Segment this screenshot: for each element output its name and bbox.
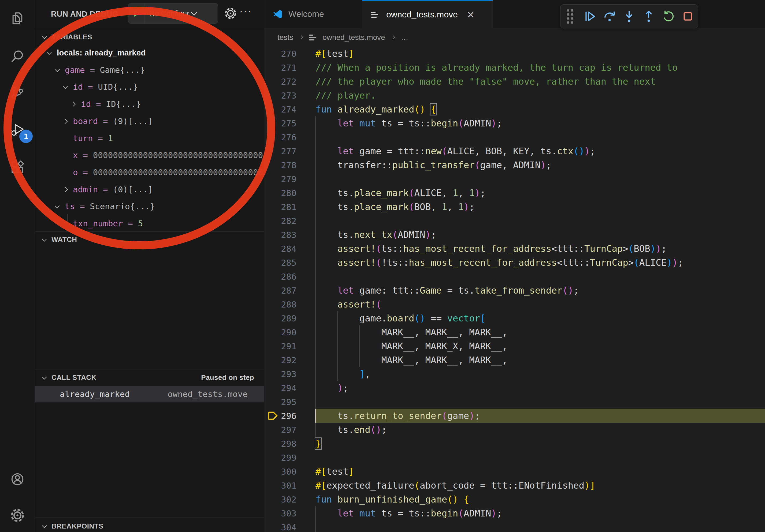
line-number[interactable]: 292 xyxy=(264,353,297,367)
start-debugging-icon[interactable] xyxy=(128,3,145,23)
line-number[interactable]: 283 xyxy=(264,228,297,242)
variables-section-header[interactable]: VARIABLES xyxy=(35,30,264,45)
line-number[interactable]: 286 xyxy=(264,270,297,284)
tab-welcome[interactable]: Welcome xyxy=(264,0,362,28)
line-number[interactable]: 280 xyxy=(264,186,297,200)
debug-config-dropdown[interactable]: No Configur xyxy=(128,3,218,24)
code-line[interactable]: 270#[test] xyxy=(264,47,765,61)
variable-row[interactable]: id = UID{...} xyxy=(35,79,264,95)
code-line[interactable]: 287 let game: ttt::Game = ts.take_from_s… xyxy=(264,283,765,297)
line-number[interactable]: 279 xyxy=(264,172,297,186)
call-stack-frame-row[interactable]: already_marked owned_tests.move xyxy=(35,386,264,402)
code-line[interactable]: 293 ], xyxy=(264,367,765,381)
breadcrumb-more[interactable]: … xyxy=(401,33,408,42)
line-number[interactable]: 290 xyxy=(264,326,297,339)
line-number[interactable]: 303 xyxy=(264,507,297,520)
code-line[interactable]: 279 xyxy=(264,172,765,186)
code-line[interactable]: 280 ts.place_mark(ALICE, 1, 1); xyxy=(264,186,765,200)
code-line[interactable]: 285 assert!(!ts::has_most_recent_for_add… xyxy=(264,256,765,269)
code-line[interactable]: 303 let mut ts = ts::begin(ADMIN); xyxy=(264,506,765,520)
code-area[interactable]: 270#[test]271/// When a position is alre… xyxy=(264,47,765,532)
line-number[interactable]: 291 xyxy=(264,339,297,353)
code-line[interactable]: 302fun burn_unfinished_game() { xyxy=(264,492,765,506)
code-line[interactable]: 292 MARK__, MARK__, MARK__, xyxy=(264,353,765,367)
tree-chevron-icon[interactable] xyxy=(55,67,60,72)
extensions-icon[interactable] xyxy=(10,160,25,175)
line-number[interactable]: 302 xyxy=(264,493,297,507)
tab-owned-tests-move[interactable]: owned_tests.move ✕ xyxy=(362,0,493,28)
line-number[interactable]: 297 xyxy=(264,423,297,437)
code-line[interactable]: 273/// player. xyxy=(264,89,765,102)
code-line[interactable]: 295 xyxy=(264,395,765,409)
line-number[interactable]: 293 xyxy=(264,367,297,381)
variable-row[interactable]: txn_number = 5 xyxy=(35,215,264,232)
step-out-icon[interactable] xyxy=(641,9,656,24)
tree-chevron-icon[interactable] xyxy=(71,102,76,106)
line-number[interactable]: 278 xyxy=(264,158,297,172)
variable-row[interactable]: turn = 1 xyxy=(35,130,264,146)
code-line[interactable]: 271/// When a position is already marked… xyxy=(264,61,765,75)
line-number[interactable]: 270 xyxy=(264,47,297,61)
code-line[interactable]: 300#[test] xyxy=(264,464,765,478)
continue-icon[interactable] xyxy=(582,9,597,24)
line-number[interactable]: 271 xyxy=(264,61,297,75)
variable-row[interactable]: board = (9)[...] xyxy=(35,113,264,130)
code-line[interactable]: 291 MARK__, MARK_X, MARK__, xyxy=(264,339,765,353)
step-into-icon[interactable] xyxy=(622,9,637,24)
tree-chevron-icon[interactable] xyxy=(63,84,68,89)
tree-chevron-icon[interactable] xyxy=(55,203,60,208)
code-line[interactable]: 294 ); xyxy=(264,381,765,395)
line-number[interactable]: 298 xyxy=(264,437,297,451)
code-line[interactable]: 282 xyxy=(264,214,765,228)
line-number[interactable]: 294 xyxy=(264,381,297,395)
code-line[interactable]: 274fun already_marked() { xyxy=(264,102,765,116)
debug-settings-gear-icon[interactable] xyxy=(224,7,237,20)
search-icon[interactable] xyxy=(10,49,25,64)
code-line[interactable]: 283 ts.next_tx(ADMIN); xyxy=(264,228,765,242)
code-line[interactable]: 296 ts.return_to_sender(game); xyxy=(264,409,765,423)
line-number[interactable]: 272 xyxy=(264,75,297,89)
variable-row[interactable]: o = 0000000000000000000000000000000000… xyxy=(35,164,264,180)
code-line[interactable]: 277 let game = ttt::new(ALICE, BOB, KEY,… xyxy=(264,144,765,158)
code-line[interactable]: 297 ts.end(); xyxy=(264,423,765,437)
line-number[interactable]: 276 xyxy=(264,131,297,144)
code-line[interactable]: 301#[expected_failure(abort_code = ttt::… xyxy=(264,478,765,492)
code-line[interactable]: 284 assert!(ts::has_most_recent_for_addr… xyxy=(264,242,765,256)
line-number[interactable]: 300 xyxy=(264,465,297,479)
line-number[interactable]: 284 xyxy=(264,242,297,256)
breadcrumb-folder[interactable]: tests xyxy=(278,33,293,42)
breakpoints-section-header[interactable]: BREAKPOINTS xyxy=(35,519,264,532)
line-number[interactable]: 282 xyxy=(264,214,297,228)
variable-row[interactable]: locals: already_marked xyxy=(35,45,264,61)
code-line[interactable]: 298} xyxy=(264,437,765,450)
code-line[interactable]: 278 transfer::public_transfer(game, ADMI… xyxy=(264,158,765,172)
line-number[interactable]: 274 xyxy=(264,103,297,117)
code-line[interactable]: 272/// the player who made the "false" m… xyxy=(264,75,765,89)
code-line[interactable]: 289 game.board() == vector[ xyxy=(264,311,765,325)
tree-chevron-icon[interactable] xyxy=(63,119,68,124)
current-frame-marker-icon[interactable] xyxy=(268,411,279,421)
code-line[interactable]: 275 let mut ts = ts::begin(ADMIN); xyxy=(264,116,765,130)
line-number[interactable]: 295 xyxy=(264,395,297,409)
settings-gear-icon[interactable] xyxy=(10,508,25,523)
account-icon[interactable] xyxy=(10,472,25,487)
breadcrumb-file[interactable]: owned_tests.move xyxy=(323,33,385,42)
toolbar-drag-handle[interactable] xyxy=(563,9,578,24)
line-number[interactable]: 301 xyxy=(264,479,297,493)
watch-section-header[interactable]: WATCH xyxy=(35,232,264,247)
line-number[interactable]: 281 xyxy=(264,200,297,214)
code-line[interactable]: 304 xyxy=(264,520,765,532)
call-stack-section-header[interactable]: CALL STACK Paused on step xyxy=(35,370,264,385)
line-number[interactable]: 287 xyxy=(264,284,297,298)
more-actions-icon[interactable]: ··· xyxy=(239,5,252,17)
step-over-icon[interactable] xyxy=(602,9,617,24)
source-control-icon[interactable] xyxy=(10,85,25,100)
line-number[interactable]: 277 xyxy=(264,144,297,158)
line-number[interactable]: 304 xyxy=(264,520,297,532)
explorer-icon[interactable] xyxy=(10,11,25,26)
line-number[interactable]: 273 xyxy=(264,89,297,103)
line-number[interactable]: 288 xyxy=(264,298,297,312)
variable-row[interactable]: ts = Scenario{...} xyxy=(35,198,264,215)
close-icon[interactable]: ✕ xyxy=(467,9,475,20)
variable-row[interactable]: game = Game{...} xyxy=(35,62,264,78)
